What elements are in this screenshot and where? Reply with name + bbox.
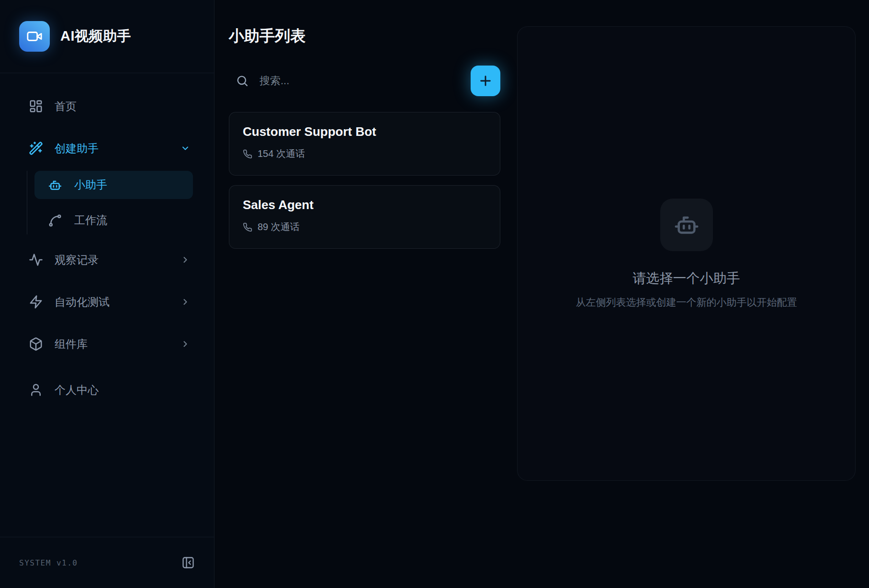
sidebar-item-component-library[interactable]: 组件库	[14, 330, 200, 358]
collapse-sidebar-button[interactable]	[181, 556, 195, 569]
sidebar-item-automated-testing[interactable]: 自动化测试	[14, 288, 200, 316]
sidebar-subitem-assistants[interactable]: 小助手	[34, 171, 193, 199]
sidebar-item-profile[interactable]: 个人中心	[14, 376, 200, 404]
search-icon	[236, 74, 249, 88]
call-count-label: 154 次通话	[258, 147, 305, 160]
chevron-down-icon	[181, 144, 190, 153]
sidebar-item-home[interactable]: 首页	[14, 92, 200, 120]
system-version: SYSTEM v1.0	[19, 558, 78, 567]
assistant-call-count: 89 次通话	[243, 221, 486, 233]
create-assistant-submenu: 小助手 工作流	[27, 171, 200, 234]
activity-icon	[29, 253, 43, 267]
sidebar-item-create-assistant[interactable]: 创建助手	[14, 134, 200, 162]
panel-left-close-icon	[181, 556, 195, 569]
sidebar-header: AI视频助手	[0, 0, 214, 73]
assistant-name: Sales Agent	[243, 198, 486, 212]
assistant-card[interactable]: Customer Support Bot 154 次通话	[229, 112, 500, 176]
bot-icon	[48, 178, 62, 192]
app-logo	[19, 21, 50, 52]
app-title: AI视频助手	[60, 27, 131, 46]
box-icon	[29, 337, 43, 351]
user-icon	[29, 383, 43, 397]
chevron-right-icon	[181, 339, 190, 349]
zap-icon	[29, 295, 43, 309]
call-count-label: 89 次通话	[258, 221, 300, 233]
sidebar-item-observation-records[interactable]: 观察记录	[14, 246, 200, 274]
search-input[interactable]	[260, 75, 462, 87]
chevron-right-icon	[181, 255, 190, 265]
assistant-detail-panel: 请选择一个小助手 从左侧列表选择或创建一个新的小助手以开始配置	[517, 26, 856, 481]
phone-icon	[243, 222, 252, 232]
assistant-list: Customer Support Bot 154 次通话 Sales Agent…	[229, 112, 500, 249]
sidebar-subitem-label: 小助手	[74, 178, 107, 192]
assistant-call-count: 154 次通话	[243, 147, 486, 160]
assistant-card[interactable]: Sales Agent 89 次通话	[229, 185, 500, 249]
sidebar-item-label: 首页	[55, 99, 77, 114]
bot-icon	[673, 211, 700, 238]
empty-state-title: 请选择一个小助手	[633, 269, 740, 288]
page-title: 小助手列表	[229, 26, 517, 47]
sidebar-item-label: 个人中心	[55, 383, 99, 398]
add-assistant-button[interactable]	[471, 66, 500, 96]
assistant-name: Customer Support Bot	[243, 124, 486, 139]
sidebar-subitem-label: 工作流	[74, 213, 107, 228]
dashboard-icon	[29, 99, 43, 113]
wand-icon	[29, 141, 43, 155]
sidebar-subitem-workflow[interactable]: 工作流	[34, 206, 193, 234]
sidebar-nav: 首页 创建助手 小助手 工作流	[0, 73, 214, 404]
sidebar-item-label: 创建助手	[55, 141, 99, 156]
chevron-right-icon	[181, 297, 190, 307]
sidebar: AI视频助手 首页 创建助手 小助手	[0, 0, 214, 588]
search-row	[229, 65, 500, 97]
sidebar-item-label: 组件库	[55, 337, 88, 352]
plus-icon	[478, 73, 493, 89]
video-camera-icon	[26, 28, 43, 44]
sidebar-footer: SYSTEM v1.0	[0, 537, 214, 588]
sidebar-item-label: 观察记录	[55, 253, 99, 267]
empty-state-badge	[660, 199, 713, 251]
assistant-list-panel: 小助手列表 Customer Support Bot 154 次通话 Sales…	[214, 0, 517, 258]
sidebar-item-label: 自动化测试	[55, 295, 110, 310]
spline-icon	[48, 213, 62, 228]
phone-icon	[243, 149, 252, 159]
empty-state-subtitle: 从左侧列表选择或创建一个新的小助手以开始配置	[576, 296, 797, 309]
